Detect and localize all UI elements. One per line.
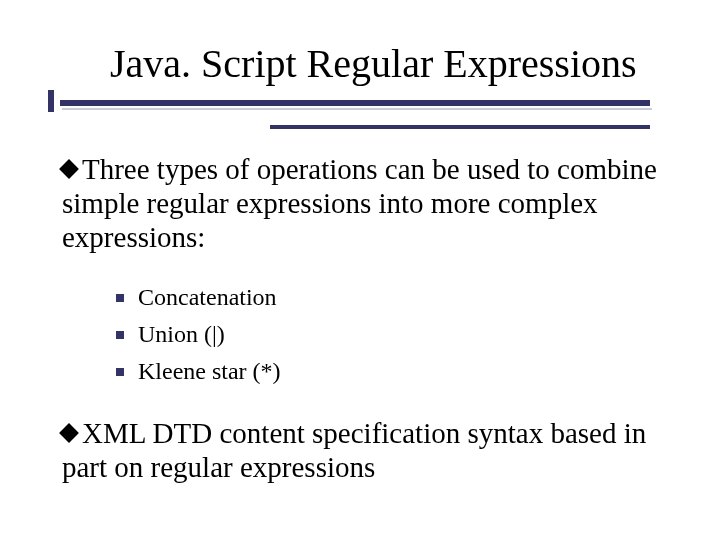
slide: Java. Script Regular Expressions Three t… [0, 0, 720, 540]
bullet-2-text: XML DTD content specification syntax bas… [62, 417, 646, 483]
sub-bullet-list: Concatenation Union (|) Kleene star (*) [116, 279, 670, 391]
square-bullet-icon [116, 368, 124, 376]
sub-bullet-2: Union (|) [116, 316, 670, 353]
sub-bullet-1: Concatenation [116, 279, 670, 316]
rule-top-shadow [62, 108, 652, 110]
square-bullet-icon [116, 294, 124, 302]
slide-title: Java. Script Regular Expressions [110, 42, 690, 86]
diamond-bullet-icon [59, 423, 79, 443]
accent-tick [48, 90, 54, 112]
bullet-1: Three types of operations can be used to… [62, 152, 670, 255]
bullet-1-text: Three types of operations can be used to… [62, 153, 657, 253]
rule-top [60, 100, 650, 106]
slide-body: Three types of operations can be used to… [62, 152, 670, 485]
sub-bullet-3: Kleene star (*) [116, 353, 670, 390]
sub-bullet-3-text: Kleene star (*) [138, 358, 281, 384]
square-bullet-icon [116, 331, 124, 339]
sub-bullet-1-text: Concatenation [138, 284, 277, 310]
bullet-2: XML DTD content specification syntax bas… [62, 416, 670, 484]
diamond-bullet-icon [59, 159, 79, 179]
title-wrap: Java. Script Regular Expressions [110, 42, 690, 86]
rule-bottom [270, 125, 650, 129]
sub-bullet-2-text: Union (|) [138, 321, 225, 347]
